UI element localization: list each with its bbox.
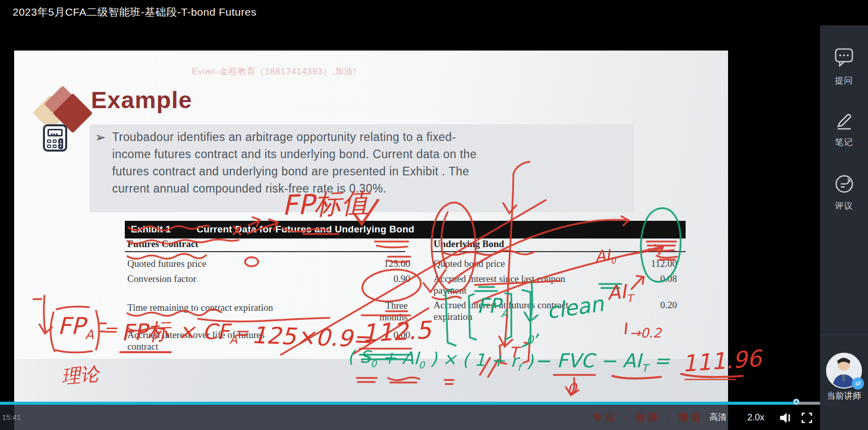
lecturer-avatar[interactable]: ⇄ bbox=[826, 353, 862, 389]
current-time: 15:41 bbox=[2, 405, 21, 430]
watermark-text: Evian-金程教育（18817414393）,加油! bbox=[192, 66, 356, 77]
video-player-window: 2023年5月CFA二级智能班-基础段-T-bond Futures Evian… bbox=[0, 0, 868, 430]
table-row-value: Three months bbox=[372, 300, 408, 323]
progress-fill bbox=[0, 402, 797, 405]
table-row-value: 112.00 bbox=[616, 258, 677, 269]
pencil-icon bbox=[835, 110, 854, 130]
sidebar-item-review[interactable]: 评议 bbox=[820, 174, 868, 212]
lecture-slide: Evian-金程教育（18817414393）,加油! Example ➢ Tr… bbox=[14, 51, 728, 427]
sidebar: 提问 笔记 评议 bbox=[820, 25, 868, 430]
table-row-label: Quoted bond price bbox=[433, 258, 595, 269]
paragraph-line: income futures contract and its underlyi… bbox=[112, 148, 476, 161]
table-row-label: Time remaining to contract expiration bbox=[127, 302, 299, 313]
paragraph-line: current annual compounded risk-free rate… bbox=[112, 182, 387, 196]
paragraph-line: futures contract and underlying bond are… bbox=[112, 165, 469, 178]
title-bar: 2023年5月CFA二级智能班-基础段-T-bond Futures bbox=[0, 0, 868, 25]
table-rule bbox=[125, 251, 405, 252]
playback-controls: 2.0x bbox=[728, 405, 820, 430]
table-row-label: Accrued interest over life of futures co… bbox=[127, 329, 294, 352]
table-row-value: 125.00 bbox=[350, 258, 410, 269]
fullscreen-icon[interactable] bbox=[801, 412, 813, 424]
table-row-label: Accrued interest since last coupon payme… bbox=[433, 273, 585, 296]
quality-button[interactable]: 高清 bbox=[709, 405, 727, 430]
table-row-label: Conversion factor bbox=[127, 273, 299, 284]
calculator-icon bbox=[43, 124, 67, 152]
table-rule bbox=[432, 251, 686, 252]
video-stage[interactable]: Evian-金程教育（18817414393）,加油! Example ➢ Tr… bbox=[0, 25, 820, 402]
brand-footer-text: 专业 · 创新 · 增值 bbox=[593, 405, 704, 430]
video-footer-strip: 专业 · 创新 · 增值 高清 bbox=[14, 405, 728, 430]
chat-bubble-icon bbox=[835, 47, 853, 69]
table-row-label: Accrued interest at futures contract exp… bbox=[433, 299, 585, 322]
lecturer-label: 当前讲师 bbox=[820, 390, 868, 402]
column-header-futures: Futures Contract bbox=[127, 238, 199, 250]
table-row-label: Quoted futures price bbox=[127, 258, 299, 269]
exhibit-title: Current Data for Futures and Underlying … bbox=[197, 224, 414, 235]
control-bar: 专业 · 创新 · 增值 高清 15:41 2.0x bbox=[0, 405, 820, 430]
sidebar-divider bbox=[820, 335, 868, 335]
column-header-bond: Underlying Bond bbox=[433, 238, 504, 250]
slide-heading: Example bbox=[91, 86, 192, 114]
page-title: 2023年5月CFA二级智能班-基础段-T-bond Futures bbox=[13, 0, 257, 24]
table-row-value: 0.90 bbox=[350, 273, 410, 284]
table-row-value: 0.00 bbox=[350, 329, 410, 341]
sidebar-item-label: 评议 bbox=[820, 200, 868, 212]
bullet-arrow-icon: ➢ bbox=[95, 130, 106, 145]
progress-bar[interactable] bbox=[0, 402, 820, 405]
paragraph-line: Troubadour identifies an arbitrage oppor… bbox=[112, 130, 456, 144]
speed-button[interactable]: 2.0x bbox=[747, 405, 764, 430]
table-row-value: 0.08 bbox=[616, 273, 677, 284]
volume-icon[interactable] bbox=[779, 411, 792, 424]
progress-knob[interactable] bbox=[793, 399, 799, 405]
exhibit-label: Exhibit 1 bbox=[131, 224, 171, 235]
table-row-value: 0.20 bbox=[616, 299, 677, 311]
comment-edit-icon bbox=[834, 174, 854, 194]
exhibit-header-bar: Exhibit 1 Current Data for Futures and U… bbox=[125, 221, 686, 238]
sidebar-item-label: 笔记 bbox=[820, 136, 868, 148]
switch-lecturer-badge[interactable]: ⇄ bbox=[852, 377, 864, 390]
sidebar-item-ask[interactable]: 提问 bbox=[820, 47, 868, 86]
sidebar-item-label: 提问 bbox=[820, 75, 868, 86]
sidebar-item-notes[interactable]: 笔记 bbox=[820, 110, 868, 148]
